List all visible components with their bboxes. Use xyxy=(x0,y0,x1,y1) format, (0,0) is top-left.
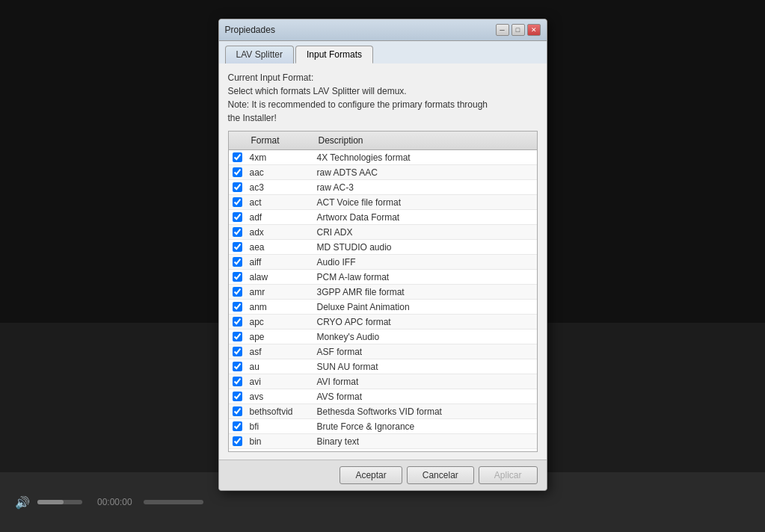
checkbox-ac3[interactable] xyxy=(233,182,242,192)
row-format: anm xyxy=(247,300,314,314)
checkbox-aea[interactable] xyxy=(233,242,242,252)
dialog-window: Propiedades ─ □ ✕ LAV Splitter Input For… xyxy=(218,19,547,491)
row-format: apc xyxy=(247,315,314,329)
row-checkbox-cell xyxy=(229,436,247,447)
row-description: Brute Force & Ignorance xyxy=(314,420,537,433)
table-row: aviAVI format xyxy=(229,374,537,389)
dialog-content: Current Input Format: Select which forma… xyxy=(219,64,547,460)
checkbox-4xm[interactable] xyxy=(233,152,242,162)
row-description: 3GPP AMR file format xyxy=(314,285,537,299)
checkbox-bin[interactable] xyxy=(233,436,242,446)
table-row: apeMonkey's Audio xyxy=(229,330,537,344)
checkbox-act[interactable] xyxy=(233,197,242,207)
row-description: 4X Technologies format xyxy=(314,151,537,164)
cancel-button[interactable]: Cancelar xyxy=(407,466,474,484)
checkbox-bfi[interactable] xyxy=(233,421,242,431)
formats-table: Format Description 4xm4X Technologies fo… xyxy=(228,131,538,452)
checkbox-ape[interactable] xyxy=(233,332,242,341)
volume-fill xyxy=(37,500,64,504)
checkbox-amr[interactable] xyxy=(233,287,242,297)
row-format: bfi xyxy=(247,420,314,433)
title-bar: Propiedades ─ □ ✕ xyxy=(219,19,547,41)
info-text: Current Input Format: Select which forma… xyxy=(228,71,538,125)
row-checkbox-cell xyxy=(229,211,247,223)
row-format: avs xyxy=(247,390,314,403)
minimize-button[interactable]: ─ xyxy=(496,24,509,36)
row-format: act xyxy=(247,196,314,209)
title-bar-buttons: ─ □ ✕ xyxy=(496,24,541,36)
row-format: ape xyxy=(247,330,314,344)
row-format: bink xyxy=(247,450,314,453)
row-format: avi xyxy=(247,375,314,389)
volume-slider[interactable] xyxy=(37,500,82,504)
row-checkbox-cell xyxy=(229,256,247,267)
checkbox-adf[interactable] xyxy=(233,212,242,222)
time-display: 00:00:00 xyxy=(97,497,132,507)
row-description: Bink xyxy=(314,450,537,453)
checkbox-aiff[interactable] xyxy=(233,257,242,267)
volume-icon: 🔊 xyxy=(15,495,30,510)
row-checkbox-cell xyxy=(229,271,247,282)
checkbox-apc[interactable] xyxy=(233,317,242,327)
table-row: amr3GPP AMR file format xyxy=(229,285,537,300)
row-checkbox-cell xyxy=(229,451,247,452)
row-checkbox-cell xyxy=(229,241,247,253)
row-description: AVI format xyxy=(314,375,537,389)
row-checkbox-cell xyxy=(229,316,247,327)
close-button[interactable]: ✕ xyxy=(527,24,541,36)
checkbox-anm[interactable] xyxy=(233,302,242,312)
row-format: ac3 xyxy=(247,181,314,194)
row-format: adf xyxy=(247,211,314,224)
table-row: binkBink xyxy=(229,449,537,452)
tab-input-formats[interactable]: Input Formats xyxy=(295,46,373,64)
header-check xyxy=(229,134,247,147)
dialog-title: Propiedades xyxy=(225,25,275,35)
table-row: aeaMD STUDIO audio xyxy=(229,240,537,255)
table-row: asfASF format xyxy=(229,344,537,359)
row-checkbox-cell xyxy=(229,376,247,387)
row-description: ACT Voice file format xyxy=(314,196,537,209)
row-format: aiff xyxy=(247,256,314,269)
checkbox-alaw[interactable] xyxy=(233,272,242,282)
table-row: actACT Voice file format xyxy=(229,195,537,210)
table-row: bfiBrute Force & Ignorance xyxy=(229,419,537,434)
row-checkbox-cell xyxy=(229,301,247,312)
checkbox-aac[interactable] xyxy=(233,167,242,177)
row-description: raw ADTS AAC xyxy=(314,166,537,179)
checkbox-avi[interactable] xyxy=(233,377,242,386)
row-format: adx xyxy=(247,226,314,239)
checkbox-avs[interactable] xyxy=(233,392,242,401)
apply-button[interactable]: Aplicar xyxy=(479,466,538,484)
table-row: ac3raw AC-3 xyxy=(229,180,537,195)
checkbox-bink[interactable] xyxy=(233,451,242,452)
checkbox-au[interactable] xyxy=(233,362,242,371)
table-row: aacraw ADTS AAC xyxy=(229,165,537,180)
tab-lav-splitter[interactable]: LAV Splitter xyxy=(225,46,294,64)
row-description: CRYO APC format xyxy=(314,315,537,329)
row-format: amr xyxy=(247,285,314,299)
checkbox-bethsoftvid[interactable] xyxy=(233,406,242,416)
table-row: avsAVS format xyxy=(229,389,537,404)
table-row: bethsoftvidBethesda Softworks VID format xyxy=(229,404,537,419)
restore-button[interactable]: □ xyxy=(511,24,525,36)
table-row: aiffAudio IFF xyxy=(229,255,537,270)
row-checkbox-cell xyxy=(229,286,247,297)
row-checkbox-cell xyxy=(229,361,247,372)
row-description: PCM A-law format xyxy=(314,270,537,284)
row-description: raw AC-3 xyxy=(314,181,537,194)
progress-track[interactable] xyxy=(144,500,203,504)
row-checkbox-cell xyxy=(229,346,247,357)
checkbox-asf[interactable] xyxy=(233,347,242,356)
row-format: bin xyxy=(247,435,314,448)
checkbox-adx[interactable] xyxy=(233,227,242,237)
table-row: anmDeluxe Paint Animation xyxy=(229,300,537,315)
table-row: adfArtworx Data Format xyxy=(229,210,537,225)
row-checkbox-cell xyxy=(229,182,247,193)
header-description: Description xyxy=(314,134,537,147)
row-checkbox-cell xyxy=(229,152,247,163)
accept-button[interactable]: Aceptar xyxy=(340,466,402,484)
row-description: AVS format xyxy=(314,390,537,403)
row-checkbox-cell xyxy=(229,421,247,432)
table-header: Format Description xyxy=(229,132,537,150)
row-format: bethsoftvid xyxy=(247,405,314,418)
